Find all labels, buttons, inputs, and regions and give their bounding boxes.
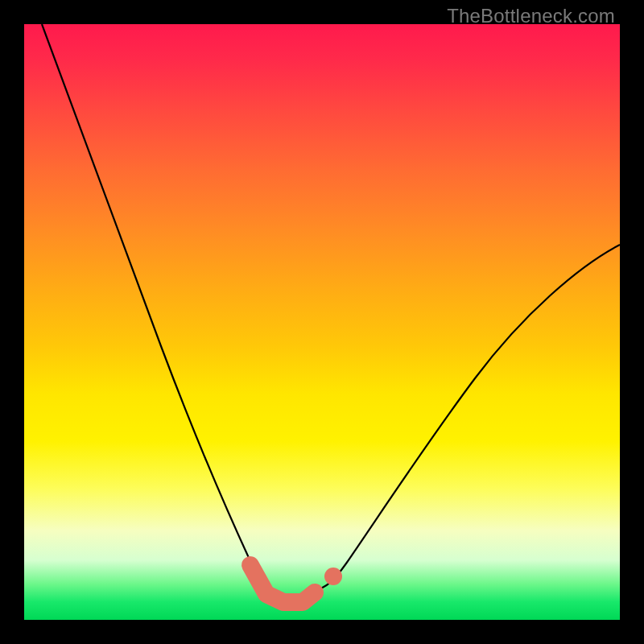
- chart-frame: TheBottleneck.com: [0, 0, 644, 644]
- bottom-marker-dot: [324, 568, 342, 585]
- bottom-marker-segment: [250, 565, 315, 602]
- chart-plot-area: [24, 24, 620, 620]
- curve-right-branch: [316, 245, 620, 590]
- curve-left-branch: [42, 24, 270, 590]
- chart-svg: [24, 24, 620, 620]
